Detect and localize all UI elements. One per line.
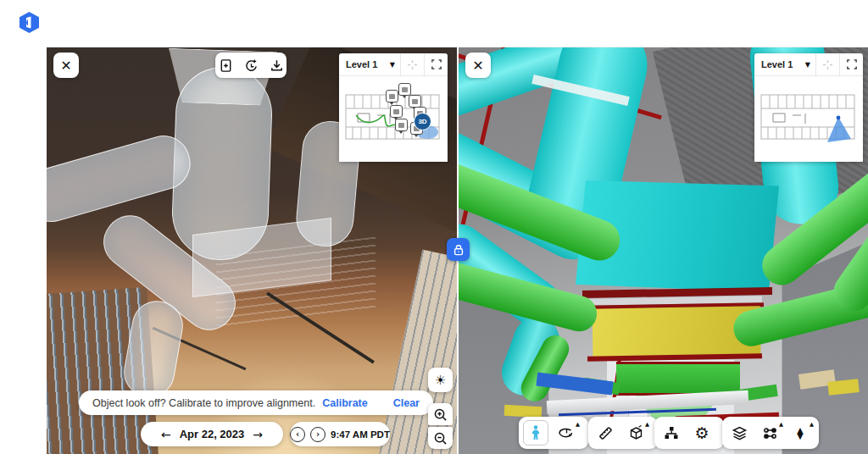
top-bar (0, 0, 868, 47)
calibrate-button[interactable]: Calibrate (322, 397, 368, 409)
close-photo-button[interactable]: ✕ (53, 53, 79, 78)
zoom-in-icon (433, 407, 448, 422)
prev-date-button[interactable]: ← (161, 428, 171, 441)
chevron-down-icon[interactable]: ▼ (805, 61, 815, 69)
walk-mode-button[interactable] (523, 420, 548, 446)
elevation-down-icon: ▼ (797, 433, 803, 439)
minimap-floorplan[interactable]: 3D (339, 76, 448, 162)
calibrate-message: Object look off? Calibrate to improve al… (92, 397, 322, 409)
walk-person-icon (529, 425, 542, 440)
settings-gear-icon: ⚙ (694, 425, 709, 441)
orbit-icon (559, 425, 575, 441)
systems-icon (762, 425, 778, 441)
photo-minimap[interactable]: Level 1 ▼ (339, 53, 448, 162)
elevation-button[interactable]: ▲ ▼ ▲ (787, 420, 813, 446)
recenter-icon[interactable] (400, 53, 424, 75)
section-box-button[interactable]: ▲ (623, 420, 648, 446)
more-options-indicator: ▲ (810, 421, 814, 428)
zoom-out-icon (433, 431, 448, 446)
more-options-indicator: ▲ (779, 421, 783, 428)
model-tree-button[interactable] (659, 420, 684, 446)
calibrate-banner: Object look off? Calibrate to improve al… (79, 390, 433, 415)
history-timelapse-icon[interactable] (244, 58, 259, 73)
layers-tool-group: ▲ ▲ ▼ ▲ (722, 417, 819, 449)
photo-marker[interactable] (409, 95, 421, 108)
orbit-mode-button[interactable]: ▲ (554, 420, 579, 446)
model-tool-group: ⚙ (654, 417, 724, 449)
photo-marker[interactable] (390, 105, 403, 118)
model-minimap[interactable]: Level 1 ▼ (754, 53, 863, 162)
view-sync-lock-button[interactable] (447, 238, 470, 261)
level-selector[interactable]: Level 1 (754, 59, 793, 69)
expand-minimap-icon[interactable] (839, 53, 863, 75)
current-time: 9:47 AM PDT (331, 429, 390, 440)
measure-ruler-icon (598, 425, 614, 441)
download-icon[interactable] (270, 58, 284, 73)
zoom-out-button[interactable] (428, 427, 453, 449)
photo-marker[interactable] (386, 90, 398, 102)
zoom-in-button[interactable] (428, 403, 453, 425)
recenter-icon[interactable] (815, 53, 839, 75)
date-navigator: ← Apr 22, 2023 → (141, 422, 283, 446)
app-logo-cube-icon[interactable] (18, 11, 41, 34)
more-options-indicator: ▲ (645, 421, 649, 428)
model-tree-icon (664, 425, 679, 440)
minimap-header: Level 1 ▼ (339, 53, 448, 76)
marker-3d-badge[interactable]: 3D (414, 113, 431, 130)
next-time-button[interactable]: › (310, 427, 326, 442)
nav-tool-group: ▲ (519, 417, 588, 449)
brightness-button[interactable]: ☀ (428, 368, 453, 392)
minimap-floorplan[interactable] (754, 76, 863, 162)
app-window: ✕ Level 1 ▼ (0, 0, 868, 454)
current-date[interactable]: Apr 22, 2023 (180, 428, 245, 440)
clear-button[interactable]: Clear (393, 397, 420, 409)
photo-panel[interactable]: ✕ Level 1 ▼ (47, 47, 457, 454)
layers-button[interactable] (726, 420, 752, 446)
more-options-indicator: ▲ (576, 421, 580, 428)
photo-marker[interactable] (398, 83, 411, 96)
systems-button[interactable]: ▲ (757, 420, 782, 446)
lock-icon (452, 243, 465, 257)
left-rail (0, 47, 47, 454)
expand-minimap-icon[interactable] (424, 53, 448, 75)
close-model-button[interactable]: ✕ (465, 53, 491, 78)
section-box-icon (628, 425, 644, 441)
measure-tool-group: ▲ (588, 417, 658, 449)
photo-toolbar (215, 53, 287, 78)
time-navigator: ‹ › 9:47 AM PDT (290, 422, 390, 446)
measure-button[interactable] (593, 420, 618, 446)
add-field-note-icon[interactable] (219, 58, 233, 73)
minimap-header: Level 1 ▼ (754, 53, 863, 76)
settings-button[interactable]: ⚙ (689, 420, 715, 446)
photo-marker[interactable] (395, 119, 408, 131)
next-date-button[interactable]: → (253, 428, 263, 441)
model-panel[interactable]: ✕ Level 1 ▼ (459, 47, 868, 454)
prev-time-button[interactable]: ‹ (290, 427, 305, 442)
chevron-down-icon[interactable]: ▼ (390, 61, 400, 69)
level-selector[interactable]: Level 1 (339, 59, 377, 69)
layers-icon (732, 425, 748, 441)
